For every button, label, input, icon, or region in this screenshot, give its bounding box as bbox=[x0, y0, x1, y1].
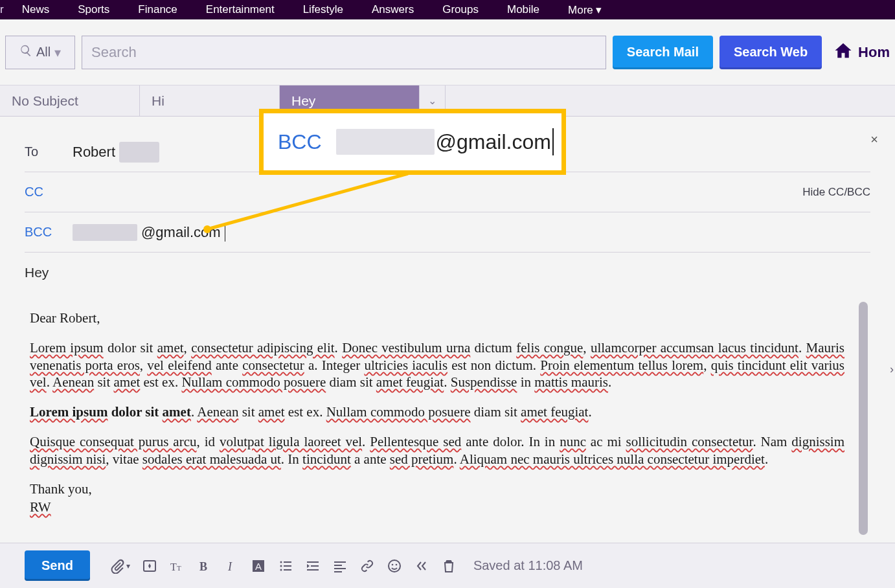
search-box[interactable] bbox=[82, 36, 606, 69]
redacted-name bbox=[119, 142, 159, 163]
nav-item-entertainment[interactable]: Entertainment bbox=[192, 3, 289, 16]
nav-item-news[interactable]: News bbox=[8, 3, 64, 16]
compose-panel: × To Robert CC Hide CC/BCC BCC @gmail.co… bbox=[0, 117, 895, 559]
chevron-down-icon: ⌄ bbox=[428, 95, 436, 107]
callout-cursor bbox=[552, 128, 554, 155]
svg-rect-19 bbox=[334, 571, 342, 572]
text-cursor bbox=[225, 223, 225, 242]
body-para-2: Lorem ipsum dolor sit amet. Aenean sit a… bbox=[30, 403, 844, 420]
bcc-field[interactable]: @gmail.com bbox=[73, 223, 225, 242]
nav-item-more[interactable]: More▾ bbox=[554, 3, 616, 17]
callout-bcc-label: BCC bbox=[278, 130, 322, 154]
svg-text:B: B bbox=[199, 560, 207, 573]
nav-item-lifestyle[interactable]: Lifestyle bbox=[289, 3, 357, 16]
callout-redacted bbox=[336, 129, 435, 155]
svg-text:I: I bbox=[227, 560, 232, 573]
trash-icon[interactable] bbox=[441, 558, 457, 574]
bcc-domain: @gmail.com bbox=[141, 224, 221, 241]
indent-icon[interactable] bbox=[305, 558, 321, 574]
cc-row: CC Hide CC/BCC bbox=[25, 172, 870, 212]
hide-cc-bcc-link[interactable]: Hide CC/BCC bbox=[802, 186, 870, 199]
compose-toolbar: Send ▾ TT B I A Saved at 11:08 AM bbox=[0, 543, 895, 588]
svg-point-11 bbox=[280, 569, 282, 571]
message-body-wrap: Dear Robert, Lorem ipsum dolor sit amet,… bbox=[25, 297, 870, 559]
svg-rect-15 bbox=[307, 569, 319, 571]
svg-point-7 bbox=[280, 561, 282, 563]
nav-item-finance[interactable]: Finance bbox=[124, 3, 191, 16]
svg-point-9 bbox=[280, 565, 282, 567]
global-nav: r News Sports Finance Entertainment Life… bbox=[0, 0, 895, 19]
gif-icon[interactable] bbox=[142, 558, 157, 574]
body-greeting: Dear Robert, bbox=[30, 310, 844, 326]
search-scope-label: All bbox=[36, 45, 51, 60]
subject-input[interactable] bbox=[25, 265, 870, 280]
home-link[interactable]: Hom bbox=[833, 41, 890, 64]
message-body[interactable]: Dear Robert, Lorem ipsum dolor sit amet,… bbox=[25, 297, 870, 535]
nav-item-answers[interactable]: Answers bbox=[357, 3, 428, 16]
svg-text:T: T bbox=[177, 564, 181, 572]
svg-text:A: A bbox=[255, 561, 262, 572]
nav-item-sports[interactable]: Sports bbox=[63, 3, 124, 16]
cc-label[interactable]: CC bbox=[25, 185, 73, 199]
search-web-button[interactable]: Search Web bbox=[719, 36, 822, 69]
redacted-email-user bbox=[73, 224, 137, 241]
align-icon[interactable] bbox=[332, 558, 348, 574]
search-icon bbox=[19, 44, 32, 60]
bullet-list-icon[interactable] bbox=[278, 558, 293, 574]
home-label: Hom bbox=[858, 44, 890, 61]
font-size-icon[interactable]: TT bbox=[169, 558, 185, 574]
search-row: All ▾ Search Mail Search Web Hom bbox=[0, 19, 895, 85]
svg-rect-17 bbox=[334, 565, 342, 566]
body-para-1: Lorem ipsum dolor sit amet, consectetur … bbox=[30, 339, 844, 390]
nav-item-groups[interactable]: Groups bbox=[428, 3, 493, 16]
italic-icon[interactable]: I bbox=[223, 558, 239, 574]
svg-rect-10 bbox=[284, 565, 291, 567]
autosave-status: Saved at 11:08 AM bbox=[473, 558, 583, 573]
nav-item-mobile[interactable]: Mobile bbox=[493, 3, 554, 16]
nav-lead-letter: r bbox=[0, 3, 8, 16]
attach-icon[interactable]: ▾ bbox=[109, 558, 130, 574]
callout-bcc-value: @gmail.com bbox=[336, 128, 554, 155]
font-color-icon[interactable]: A bbox=[251, 558, 266, 574]
svg-rect-8 bbox=[284, 561, 291, 563]
svg-rect-12 bbox=[284, 569, 291, 571]
chevron-down-icon: ▾ bbox=[596, 3, 602, 17]
send-button[interactable]: Send bbox=[25, 550, 90, 581]
svg-rect-18 bbox=[334, 568, 346, 569]
bold-icon[interactable]: B bbox=[196, 558, 212, 574]
scroll-thumb[interactable] bbox=[859, 302, 868, 535]
to-label: To bbox=[25, 144, 73, 159]
link-icon[interactable] bbox=[359, 558, 375, 574]
svg-point-21 bbox=[392, 563, 394, 565]
svg-text:T: T bbox=[170, 561, 177, 572]
emoji-icon[interactable] bbox=[387, 558, 402, 574]
to-field[interactable]: Robert bbox=[73, 142, 159, 163]
collapse-icon[interactable] bbox=[414, 558, 429, 574]
svg-rect-14 bbox=[311, 565, 319, 567]
home-icon bbox=[833, 41, 853, 64]
body-signature: RW bbox=[30, 499, 844, 515]
subject-row bbox=[25, 253, 870, 293]
body-scrollbar[interactable] bbox=[859, 302, 868, 541]
body-thanks: Thank you, bbox=[30, 481, 844, 497]
svg-rect-16 bbox=[334, 561, 346, 563]
svg-rect-13 bbox=[307, 561, 319, 563]
search-mail-button[interactable]: Search Mail bbox=[613, 36, 713, 69]
bcc-label[interactable]: BCC bbox=[25, 225, 73, 240]
close-compose-button[interactable]: × bbox=[870, 132, 878, 147]
svg-point-20 bbox=[389, 560, 400, 572]
tab-no-subject[interactable]: No Subject bbox=[0, 85, 140, 116]
bcc-row: BCC @gmail.com bbox=[25, 212, 870, 253]
search-input[interactable] bbox=[91, 44, 596, 61]
body-para-3: Quisque consequat purus arcu, id volutpa… bbox=[30, 433, 844, 468]
toolbar-icons: ▾ TT B I A bbox=[109, 558, 457, 574]
to-value-text: Robert bbox=[73, 144, 115, 161]
annotation-callout: BCC @gmail.com bbox=[259, 109, 566, 175]
search-scope-dropdown[interactable]: All ▾ bbox=[5, 36, 75, 69]
chevron-down-icon: ▾ bbox=[54, 45, 61, 60]
panel-expand-caret[interactable]: › bbox=[890, 363, 894, 376]
svg-point-22 bbox=[396, 563, 398, 565]
